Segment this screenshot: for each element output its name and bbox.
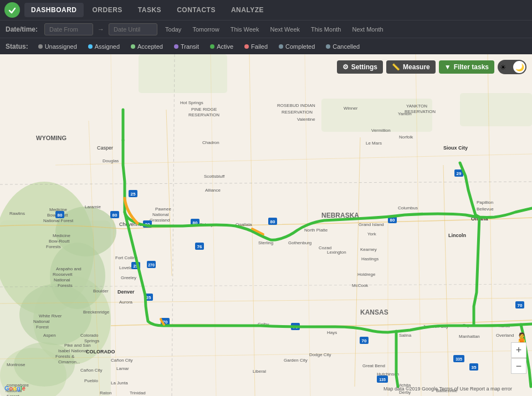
active-dot [210,44,214,49]
svg-text:WYOMING: WYOMING [36,135,66,141]
svg-text:70: 70 [518,303,523,308]
active-label: Active [217,43,233,50]
svg-text:York: York [367,232,377,236]
tomorrow-button[interactable]: Tomorrow [189,25,222,34]
svg-text:ROSEBUD INDIAN: ROSEBUD INDIAN [277,103,315,108]
svg-text:Boulder: Boulder [93,289,109,294]
svg-text:Sioux City: Sioux City [443,145,468,151]
svg-text:80: 80 [58,213,63,218]
nav-item-dashboard[interactable]: DASHBOARD [24,3,84,17]
svg-text:COLORADO: COLORADO [86,349,115,354]
google-logo: Google [4,385,25,392]
status-label: Status: [6,43,28,50]
svg-text:White River: White River [39,313,62,318]
filter-tasks-button[interactable]: ▼ Filter tasks [439,60,494,74]
transit-dot [174,44,178,49]
svg-text:70: 70 [362,338,367,343]
date-until-input[interactable] [109,23,157,35]
cancelled-dot [326,44,330,49]
svg-text:Kearney: Kearney [360,247,377,252]
svg-text:National Forest: National Forest [43,218,74,223]
status-transit[interactable]: Transit [170,42,203,51]
svg-text:Bow-Routt: Bow-Routt [49,239,70,244]
this-week-button[interactable]: This Week [227,25,263,34]
filter-icon: ▼ [444,63,451,71]
status-active[interactable]: Active [206,42,238,51]
svg-text:Holdrege: Holdrege [357,272,376,277]
svg-text:Raton: Raton [100,390,111,395]
next-week-button[interactable]: Next Week [267,25,303,34]
status-failed[interactable]: Failed [240,42,272,51]
svg-text:McCook: McCook [352,283,369,288]
svg-text:Casper: Casper [97,145,113,151]
nav-item-analyze[interactable]: ANALYZE [224,3,270,17]
settings-label: Settings [351,63,377,71]
svg-text:35: 35 [472,365,477,370]
today-button[interactable]: Today [162,25,185,34]
cancelled-label: Cancelled [332,43,360,50]
svg-text:135: 135 [379,378,386,382]
failed-dot [244,44,249,49]
status-accepted[interactable]: Accepted [126,42,167,51]
svg-text:North Platte: North Platte [304,228,328,233]
svg-text:Lexington: Lexington [327,250,346,255]
app-logo[interactable] [4,2,20,18]
svg-text:335: 335 [456,357,462,361]
status-assigned[interactable]: Assigned [84,42,124,51]
svg-text:Columbus: Columbus [398,205,418,210]
nav-item-contacts[interactable]: CONTACTS [170,3,222,17]
svg-text:Salina: Salina [399,333,412,338]
status-cancelled[interactable]: Cancelled [321,42,364,51]
svg-text:Denver: Denver [117,289,135,295]
svg-text:Scottsbluff: Scottsbluff [204,174,225,179]
next-month-button[interactable]: Next Month [349,25,386,34]
svg-text:Cimarron...: Cimarron... [58,359,80,364]
date-from-input[interactable] [44,23,93,35]
svg-text:Liberal: Liberal [253,369,266,374]
svg-text:80: 80 [270,219,275,224]
svg-text:Papillion: Papillion [477,200,493,205]
svg-rect-9 [139,54,227,93]
sun-icon: ☀ [500,63,507,71]
svg-text:Laramie: Laramie [85,204,101,209]
datetime-toolbar: Date/time: → Today Tomorrow This Week Ne… [0,20,532,38]
assigned-label: Assigned [95,43,120,50]
day-night-toggle[interactable]: ☀ 🌙 [498,60,526,74]
svg-text:Pike and San: Pike and San [64,343,91,348]
svg-text:Breckenridge: Breckenridge [83,310,110,315]
zoom-out-button[interactable]: − [511,358,526,374]
measure-button[interactable]: 📏 Measure [386,60,436,74]
svg-text:Valentine: Valentine [297,117,315,122]
svg-text:Isabel National: Isabel National [58,348,88,353]
map-svg: WYOMING Casper Douglas Rawlins Cheyenne … [0,54,532,396]
nav-item-orders[interactable]: ORDERS [86,3,129,17]
svg-text:Forest: Forest [36,325,49,330]
svg-text:RESERVATION: RESERVATION [188,112,219,117]
map-area[interactable]: WYOMING Casper Douglas Rawlins Cheyenne … [0,54,532,396]
measure-icon: 📏 [392,63,400,71]
date-arrow: → [98,25,104,33]
svg-text:Lincoln: Lincoln [448,233,466,238]
svg-text:National: National [33,319,50,324]
zoom-controls: + − [511,342,526,374]
completed-label: Completed [285,43,315,50]
svg-text:Alliance: Alliance [205,188,221,193]
svg-text:29: 29 [457,171,462,176]
svg-text:Norfolk: Norfolk [399,135,413,140]
svg-text:Manhattan: Manhattan [459,334,480,339]
status-completed[interactable]: Completed [274,42,319,51]
status-unassigned[interactable]: Unassigned [34,42,81,51]
svg-text:25: 25 [146,295,151,300]
settings-button[interactable]: ⚙ Settings [337,60,383,74]
svg-text:RESERVATION: RESERVATION [405,109,436,114]
svg-text:Forests &: Forests & [55,354,75,359]
svg-text:Lamar: Lamar [116,366,129,371]
svg-text:RESERVATION: RESERVATION [282,110,313,115]
svg-text:Hot Springs: Hot Springs [180,100,203,105]
zoom-in-button[interactable]: + [511,342,526,358]
nav-item-tasks[interactable]: TASKS [131,3,168,17]
this-month-button[interactable]: This Month [308,25,344,34]
assigned-dot [88,44,93,49]
svg-text:Pueblo: Pueblo [84,378,98,383]
map-controls: ⚙ Settings 📏 Measure ▼ Filter tasks ☀ 🌙 [337,60,526,74]
